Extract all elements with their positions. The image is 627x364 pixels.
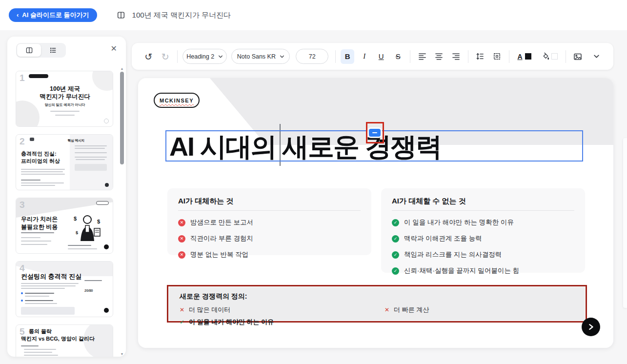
thumb-aside: 20/80 (84, 289, 93, 292)
list-item: ✓신뢰·채택·실행을 끝까지 밀어붙이는 힘 (392, 266, 574, 275)
paragraph-style-select[interactable]: Heading 2 (182, 49, 227, 64)
bold-button[interactable]: B (341, 49, 355, 64)
next-slide-button[interactable] (582, 318, 600, 336)
align-left-button[interactable] (415, 49, 429, 64)
next-slide-preview-edge[interactable] (623, 138, 627, 308)
undo-icon: ↺ (144, 51, 152, 62)
scrollbar-thumb[interactable] (120, 72, 124, 164)
slide-thumbnail-3[interactable]: 3 우리가 치러온 불필요한 비용 $ $ $ (16, 198, 113, 254)
back-button-label: AI 슬라이드로 돌아가기 (22, 11, 89, 20)
summary-box[interactable]: 새로운 경쟁력의 정의: ✕더 많은 데이터 ✕더 빠른 계산 ✓이 일을 내가… (169, 287, 585, 321)
slide-background: MCKINSEY AI 시대의 새로운 경쟁력 AI가 대체하는 것 ✕밤샘으로… (138, 78, 613, 348)
undo-button[interactable]: ↺ (142, 49, 156, 64)
underline-button[interactable]: U (374, 49, 388, 64)
close-panel-button[interactable]: ✕ (111, 44, 117, 53)
slide-thumbnail-2[interactable]: 2 충격적인 진실: 프리미엄의 허상 핵심 메시지 (16, 134, 113, 190)
mini-logo-pill (96, 201, 109, 205)
check-circle-icon: ✓ (392, 235, 399, 243)
slide-thumbnail-4[interactable]: 4 컨설팅의 충격적 진실 20/80 (16, 261, 113, 317)
slide-canvas[interactable]: MCKINSEY AI 시대의 새로운 경쟁력 AI가 대체하는 것 ✕밤샘으로… (138, 78, 613, 348)
list-icon (49, 46, 57, 54)
top-header: ‹ AI 슬라이드로 돌아가기 100년 제국 맥킨지가 무너진다 (0, 0, 627, 30)
divider (177, 50, 178, 63)
align-right-button[interactable] (449, 49, 463, 64)
thumb-title: 충격적인 진실: 프리미엄의 허상 (21, 150, 60, 165)
fill-color-button[interactable] (538, 49, 561, 64)
mckinsey-logo-badge[interactable]: MCKINSEY (154, 93, 200, 108)
document-title: 100년 제국 맥킨지가 무너진다 (132, 11, 231, 20)
micro-text (25, 293, 54, 294)
thumb-title: 우리가 치러온 불필요한 비용 (21, 216, 58, 231)
micro-text (21, 345, 39, 346)
slide-panel: ✕ 1 100년 제국 맥킨지가 무너진다 당신의 일도 예외가 아니다 2 충… (7, 37, 126, 357)
micro-text (75, 152, 107, 153)
micro-text (75, 145, 107, 146)
slide-title: AI 시대의 새로운 경쟁력 (169, 129, 441, 165)
micro-text (25, 300, 53, 301)
slide-number: 1 (20, 73, 25, 83)
list-item: ✓맥락과 이해관계 조율 능력 (392, 234, 574, 243)
list-item: ✓이 일을 내가 해야만 하는 명확한 이유 (392, 218, 574, 227)
svg-text:$: $ (74, 216, 77, 222)
text-color-button[interactable]: A (514, 49, 535, 64)
micro-text (21, 283, 79, 284)
divider (410, 50, 410, 63)
slide-thumbnail-5[interactable]: 5 롱의 몰락 맥킨지 vs BCG, 명암이 갈리다 (16, 324, 113, 357)
line-height-button[interactable] (473, 49, 487, 64)
businessman-illustration: $ $ $ (71, 213, 103, 242)
sidebar-scrollbar[interactable]: ▲ ▼ (119, 67, 125, 356)
scroll-up-icon[interactable]: ▲ (120, 67, 124, 70)
selection-handle[interactable] (369, 129, 381, 137)
line-height-icon (476, 52, 484, 61)
check-mark-icon: ✓ (180, 319, 184, 325)
align-center-button[interactable] (432, 49, 446, 64)
micro-text (21, 241, 51, 242)
micro-text (75, 148, 105, 149)
micro-text (24, 355, 58, 356)
mini-highlight-box (75, 164, 107, 171)
slide-number: 5 (20, 326, 25, 337)
x-mark-icon: ✕ (384, 306, 389, 313)
micro-text (21, 237, 40, 238)
font-size-input[interactable]: 72 (296, 49, 328, 64)
style-value: Heading 2 (186, 53, 214, 60)
summary-annotation-box: 새로운 경쟁력의 정의: ✕더 많은 데이터 ✕더 빠른 계산 ✓이 일을 내가… (167, 285, 587, 323)
micro-text (75, 157, 107, 158)
redo-button[interactable]: ↻ (159, 49, 173, 64)
font-size-value: 72 (309, 53, 316, 60)
x-mark-icon: ✕ (180, 306, 184, 313)
font-family-select[interactable]: Noto Sans KR (231, 49, 290, 64)
scroll-down-icon[interactable]: ▼ (120, 352, 124, 356)
slide-number: 4 (20, 263, 25, 274)
micro-text (21, 180, 40, 181)
formatting-toolbar: ↺ ↻ Heading 2 Noto Sans KR 72 B I U S A (132, 43, 613, 70)
outline-view-button[interactable] (41, 44, 65, 57)
mini-pager-dot (104, 119, 109, 123)
thumbnail-view-button[interactable] (17, 44, 41, 57)
x-circle-icon: ✕ (178, 219, 185, 226)
select-area-button[interactable] (490, 49, 504, 64)
slide-thumbnail-1[interactable]: 1 100년 제국 맥킨지가 무너진다 당신의 일도 예외가 아니다 (16, 71, 113, 127)
slide-number: 3 (20, 200, 25, 210)
thumb-title: 컨설팅의 충격적 진실 (21, 272, 81, 281)
divider (468, 50, 468, 63)
fill-color-swatch (551, 53, 558, 60)
micro-text (21, 285, 76, 286)
svg-text:$: $ (76, 230, 78, 235)
more-tools-button[interactable] (590, 49, 604, 64)
insert-image-button[interactable] (571, 49, 585, 64)
check-circle-icon: ✓ (392, 251, 399, 259)
redo-icon: ↻ (162, 51, 169, 62)
back-to-slides-button[interactable]: ‹ AI 슬라이드로 돌아가기 (9, 8, 97, 22)
list-item: ✓책임과 리스크를 지는 의사결정력 (392, 250, 574, 259)
ai-cannot-replace-card[interactable]: AI가 대체할 수 없는 것 ✓이 일을 내가 해야만 하는 명확한 이유 ✓맥… (381, 188, 585, 273)
x-circle-icon: ✕ (178, 251, 185, 259)
svg-text:$: $ (97, 219, 100, 224)
micro-text (24, 352, 52, 353)
ai-replaces-card[interactable]: AI가 대체하는 것 ✕밤샘으로 만든 보고서 ✕직관이라 부른 경험치 ✕명분… (167, 188, 371, 255)
italic-button[interactable]: I (357, 49, 371, 64)
thumb-title: 100년 제국 맥킨지가 무너진다 (16, 85, 113, 101)
micro-text (21, 288, 65, 289)
micro-text (24, 349, 56, 350)
strikethrough-button[interactable]: S (391, 49, 405, 64)
